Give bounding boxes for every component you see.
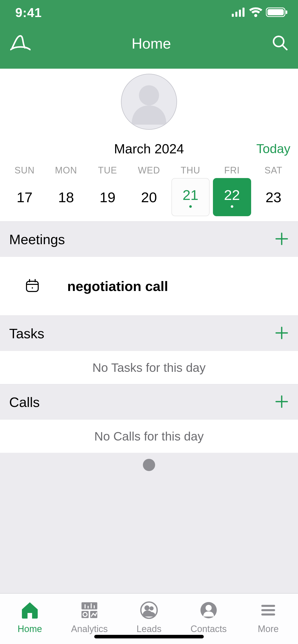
day-name: FRI — [224, 163, 240, 178]
day-column-fri[interactable]: FRI 22 — [211, 163, 253, 216]
calls-empty-text: No Calls for this day — [94, 429, 204, 443]
date-cell[interactable]: 17 — [5, 178, 44, 216]
day-column-sun[interactable]: SUN 17 — [4, 163, 45, 216]
home-icon — [20, 601, 39, 621]
add-call-button[interactable] — [275, 394, 289, 410]
day-column-thu[interactable]: THU 21 — [170, 163, 211, 216]
add-task-button[interactable] — [275, 326, 289, 341]
tab-leads[interactable]: Leads — [119, 601, 179, 634]
day-name: SUN — [15, 163, 35, 178]
page-indicator-dot — [143, 459, 155, 471]
day-name: SAT — [264, 163, 282, 178]
date-cell[interactable]: 18 — [47, 178, 85, 216]
svg-rect-3 — [242, 8, 245, 17]
tasks-label: Tasks — [9, 326, 44, 341]
event-dot-icon — [231, 205, 233, 208]
svg-rect-21 — [82, 602, 97, 609]
tab-analytics-label: Analytics — [71, 624, 108, 634]
svg-rect-6 — [286, 10, 287, 14]
day-name: WED — [138, 163, 160, 178]
tab-contacts[interactable]: Contacts — [179, 601, 238, 634]
tab-contacts-label: Contacts — [191, 624, 227, 634]
tasks-empty-text: No Tasks for this day — [92, 361, 206, 375]
date-cell-today[interactable]: 21 — [171, 178, 210, 216]
calendar-icon — [25, 279, 39, 294]
cellular-icon — [232, 8, 246, 18]
svg-rect-12 — [26, 281, 38, 291]
tab-leads-label: Leads — [137, 624, 161, 634]
date-cell[interactable]: 19 — [88, 178, 127, 216]
day-column-mon[interactable]: MON 18 — [45, 163, 87, 216]
svg-point-31 — [150, 606, 154, 610]
date-cell-selected[interactable]: 22 — [213, 178, 251, 216]
day-name: MON — [55, 163, 77, 178]
day-column-tue[interactable]: TUE 19 — [87, 163, 128, 216]
home-indicator[interactable] — [94, 635, 204, 638]
date-cell[interactable]: 23 — [254, 178, 293, 216]
tab-analytics[interactable]: Analytics — [60, 601, 119, 634]
day-column-wed[interactable]: WED 20 — [128, 163, 170, 216]
tab-more-label: More — [258, 624, 279, 634]
app-header: Home — [0, 25, 298, 69]
meeting-item[interactable]: negotiation call — [0, 257, 298, 315]
tasks-empty-state: No Tasks for this day — [0, 351, 298, 384]
content-spacer — [0, 453, 298, 593]
svg-point-33 — [206, 605, 212, 611]
avatar[interactable] — [121, 74, 177, 130]
logo-icon[interactable] — [10, 34, 31, 53]
battery-icon — [266, 7, 288, 18]
svg-line-8 — [283, 46, 287, 50]
leads-icon — [140, 601, 158, 621]
status-right-icons — [232, 7, 288, 18]
calls-label: Calls — [9, 394, 40, 410]
status-time: 9:41 — [15, 5, 42, 20]
event-dot-icon — [189, 205, 192, 208]
contacts-icon — [199, 601, 218, 621]
analytics-icon — [80, 601, 99, 621]
tasks-section-header: Tasks — [0, 315, 298, 351]
calls-section-header: Calls — [0, 384, 298, 420]
calendar-month-row: March 2024 Today — [0, 135, 298, 163]
tab-more[interactable]: More — [238, 601, 298, 634]
page-title: Home — [132, 35, 171, 52]
tab-home[interactable]: Home — [0, 601, 60, 634]
add-meeting-button[interactable] — [275, 232, 289, 247]
more-icon — [259, 601, 278, 621]
meeting-title: negotiation call — [67, 278, 168, 294]
day-name: THU — [181, 163, 200, 178]
svg-rect-0 — [232, 14, 234, 17]
meetings-label: Meetings — [9, 231, 65, 247]
today-button[interactable]: Today — [256, 141, 290, 156]
status-bar: 9:41 — [0, 0, 298, 25]
svg-rect-5 — [267, 9, 284, 15]
wifi-icon — [249, 7, 262, 18]
day-column-sat[interactable]: SAT 23 — [253, 163, 294, 216]
svg-rect-2 — [239, 10, 241, 17]
svg-point-9 — [139, 85, 159, 105]
calendar-week: SUN 17 MON 18 TUE 19 WED 20 THU 21 FRI 2… — [0, 163, 298, 221]
svg-rect-1 — [235, 12, 237, 17]
date-cell[interactable]: 20 — [130, 178, 168, 216]
tab-home-label: Home — [18, 624, 42, 634]
calls-empty-state: No Calls for this day — [0, 420, 298, 453]
month-label: March 2024 — [114, 141, 184, 156]
profile-area — [0, 69, 298, 135]
meetings-section-header: Meetings — [0, 221, 298, 257]
search-icon[interactable] — [272, 35, 288, 52]
day-name: TUE — [98, 163, 117, 178]
svg-point-16 — [32, 287, 33, 289]
screen: 9:41 Home — [0, 0, 298, 644]
svg-point-30 — [144, 605, 150, 610]
